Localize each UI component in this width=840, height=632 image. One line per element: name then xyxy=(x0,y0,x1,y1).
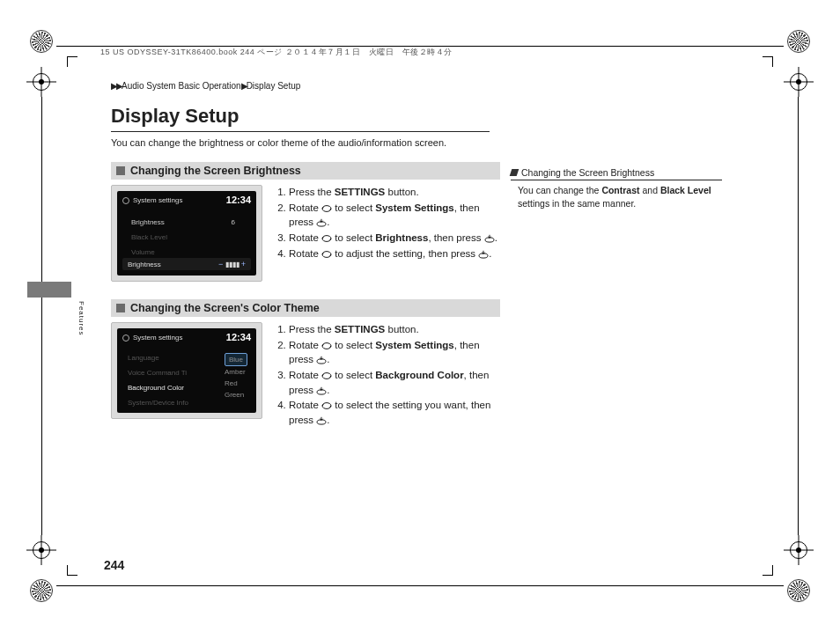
rotate-dial-icon xyxy=(321,204,332,213)
svg-point-6 xyxy=(322,342,331,349)
rotate-dial-icon xyxy=(321,250,332,259)
steps-color-theme: Press the SETTINGS button. Rotate to sel… xyxy=(275,322,498,429)
rotate-dial-icon xyxy=(321,401,332,410)
rotate-dial-icon xyxy=(321,342,332,350)
svg-point-0 xyxy=(322,205,331,211)
subhead-brightness: Changing the Screen Brightness xyxy=(111,162,500,180)
press-button-icon xyxy=(478,250,489,259)
press-button-icon xyxy=(316,356,327,364)
side-label: Features xyxy=(77,301,85,336)
press-button-icon xyxy=(316,218,327,227)
rotate-dial-icon xyxy=(321,371,332,380)
print-header: 15 US ODYSSEY-31TK86400.book 244 ページ ２０１… xyxy=(100,47,453,58)
svg-point-10 xyxy=(322,403,331,409)
screenshot-color-theme: System settings 12:34 Language Voice Com… xyxy=(111,322,262,419)
rotate-dial-icon xyxy=(321,234,332,243)
svg-point-4 xyxy=(322,251,331,257)
lead-text: You can change the brightness or color t… xyxy=(111,137,490,148)
plus-icon: + xyxy=(241,260,246,268)
minus-icon: − xyxy=(218,260,223,268)
svg-point-8 xyxy=(322,373,331,379)
page-number: 244 xyxy=(104,558,124,572)
chapter-tab xyxy=(27,282,71,298)
steps-brightness: Press the SETTINGS button. Rotate to sel… xyxy=(275,185,498,261)
press-button-icon xyxy=(484,234,495,243)
press-button-icon xyxy=(316,416,327,425)
subhead-color-theme: Changing the Screen's Color Theme xyxy=(111,299,500,317)
sidebar-note: Changing the Screen Brightness You can c… xyxy=(511,167,722,209)
press-button-icon xyxy=(316,386,327,395)
page-title: Display Setup xyxy=(111,105,490,132)
svg-point-2 xyxy=(322,236,331,242)
screenshot-brightness: System settings 12:34 Brightness6 Black … xyxy=(111,185,262,282)
breadcrumb: ▶▶Audio System Basic Operation▶Display S… xyxy=(111,81,727,91)
